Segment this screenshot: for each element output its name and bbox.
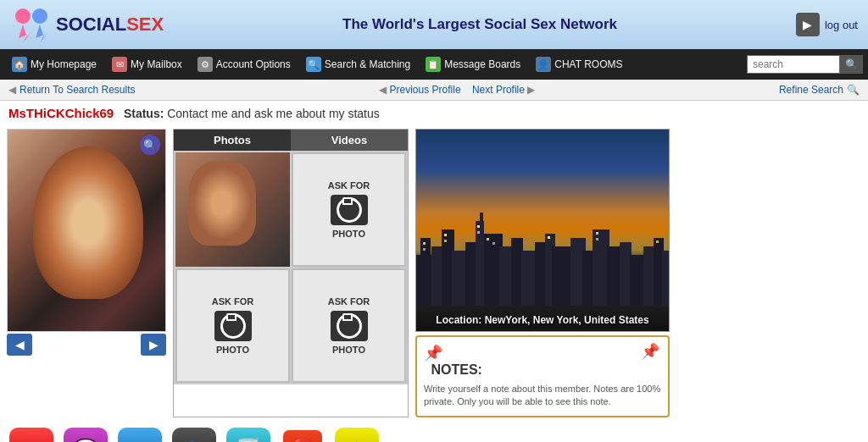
tab-videos[interactable]: Videos [291,130,408,151]
ask-for-text-3: ASK FOR [328,296,370,307]
svg-rect-30 [444,234,447,236]
svg-rect-32 [477,225,480,228]
request-date-icon: 🍸 [226,428,270,442]
pin-left-icon: 📌 [424,345,442,362]
photos-tabs: Photos Videos [174,130,408,151]
nav-boards-label: Message Boards [444,58,520,70]
location-col: Location: NewYork, New York, United Stat… [415,129,670,332]
logo: SOCIALSEX [10,6,164,43]
nav-account-label: Account Options [216,58,291,70]
logo-sex: SEX [126,14,164,35]
friend-request-icon: 👤+ [172,428,216,442]
nav-boards[interactable]: 📋 Message Boards [419,53,527,75]
action-bar: ♥ SendFlirt 💬 InstantMessage ✉ SendEmail… [0,421,868,442]
location-label: Location: NewYork, New York, United Stat… [416,314,669,326]
profile-photo-main[interactable]: 🔍 [7,129,166,332]
svg-rect-39 [656,240,659,243]
svg-rect-29 [423,248,426,251]
svg-rect-28 [423,242,426,245]
svg-rect-18 [552,246,573,306]
send-email-icon: ✉ [118,428,162,442]
search-button[interactable]: 🔍 [840,55,863,74]
next-arrow-icon: ▶ [527,84,535,96]
svg-rect-35 [492,242,495,245]
svg-point-0 [15,8,31,24]
chat-icon: 👤 [536,57,551,72]
svg-rect-34 [487,238,489,240]
request-date-button[interactable]: 🍸 RequestA Date [224,428,273,442]
status-bar: MsTHiCKChick69 Status: Contact me and as… [0,101,868,125]
gear-icon: ⚙ [198,57,213,72]
skyline-svg [416,204,670,306]
logo-social: SOCIAL [56,14,126,35]
svg-rect-11 [480,213,483,225]
nav-homepage-label: My Homepage [31,58,97,70]
photo-label-1: PHOTO [332,229,365,239]
report-abuse-icon: ⚠ [335,428,379,442]
home-icon: 🏠 [12,57,27,72]
instant-message-button[interactable]: 💬 InstantMessage [61,428,110,442]
next-profile-link[interactable]: Next Profile [472,84,525,96]
svg-rect-14 [511,238,523,306]
nav-search[interactable]: 🔍 Search & Matching [299,53,417,75]
nav-chat[interactable]: 👤 CHAT ROOMS [529,53,629,75]
prev-arrow-icon: ◀ [379,84,387,96]
svg-rect-31 [444,240,447,242]
logo-text: SOCIALSEX [56,14,164,36]
ask-for-photo-1[interactable]: ASK FOR PHOTO [292,152,406,267]
back-arrow-icon: ◀ [8,84,16,96]
send-email-button[interactable]: ✉ SendEmail [115,428,164,442]
logo-icon [10,6,53,43]
send-flirt-icon: ♥ [9,428,53,442]
profile-username[interactable]: MsTHiCKChick69 [8,106,114,120]
svg-point-1 [32,8,47,24]
nav-homepage[interactable]: 🏠 My Homepage [5,53,103,75]
photo-label-3: PHOTO [332,345,365,355]
photo-label-2: PHOTO [216,345,249,355]
svg-rect-23 [620,242,632,306]
breadcrumb-right: Refine Search 🔍 [779,84,860,96]
next-photo-button[interactable]: ▶ [141,334,166,356]
block-user-icon: 🚫 [281,428,325,442]
pin-right-icon: 📌 [641,342,659,361]
nav-account[interactable]: ⚙ Account Options [191,53,298,75]
breadcrumb-center: ◀ Previous Profile Next Profile ▶ [136,84,779,96]
ask-for-photo-2[interactable]: ASK FOR PHOTO [175,268,290,383]
nav-chat-label: CHAT ROOMS [554,58,622,70]
header: SOCIALSEX The World's Largest Social Sex… [0,0,868,49]
svg-rect-27 [662,251,670,306]
breadcrumb-bar: ◀ Return To Search Results ◀ Previous Pr… [0,80,868,101]
navbar: 🏠 My Homepage ✉ My Mailbox ⚙ Account Opt… [0,49,868,80]
search-nav-icon: 🔍 [306,57,321,72]
prev-photo-button[interactable]: ◀ [7,334,32,356]
ask-for-photo-3[interactable]: ASK FOR PHOTO [292,268,406,383]
nav-mailbox[interactable]: ✉ My Mailbox [105,53,189,75]
profile-photo-col: 🔍 ◀ ▶ [7,129,166,417]
photo-nav: ◀ ▶ [7,334,166,356]
zoom-icon[interactable]: 🔍 [140,135,160,155]
right-col: Location: NewYork, New York, United Stat… [415,129,670,417]
photo-thumb-1[interactable] [175,152,290,267]
tab-photos[interactable]: Photos [174,130,291,151]
status-text: Contact me and ask me about my status [167,107,380,120]
camera-icon-3 [331,311,368,341]
status-label: Status: [124,107,164,120]
nav-search-label: Search & Matching [325,58,410,70]
prev-profile-link[interactable]: Previous Profile [390,84,461,96]
search-box: 🔍 [747,55,863,74]
report-abuse-button[interactable]: ⚠ ReportAbuse [332,428,381,442]
refine-search-link[interactable]: Refine Search [779,84,843,96]
block-user-button[interactable]: 🚫 BlockUser [278,428,327,442]
logout-icon: ▶ [796,13,820,36]
notes-body: Write yourself a note about this member.… [424,383,661,409]
friend-request-button[interactable]: 👤+ FriendRequest [170,428,219,442]
refine-search-icon: 🔍 [847,84,860,96]
send-flirt-button[interactable]: ♥ SendFlirt [7,428,56,442]
notes-header: NOTES: [424,362,661,378]
svg-rect-33 [477,231,480,234]
notes-panel: 📌 📌 NOTES: Write yourself a note about t… [415,335,670,417]
search-input[interactable] [747,55,840,74]
logout-button[interactable]: ▶ log out [796,13,858,36]
return-to-results-link[interactable]: Return To Search Results [19,84,136,96]
location-image: Location: NewYork, New York, United Stat… [415,129,670,332]
